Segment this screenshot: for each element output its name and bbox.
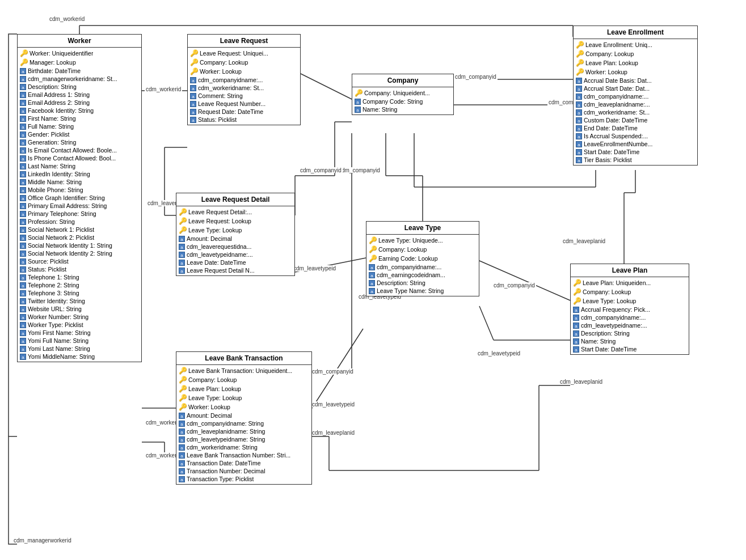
- table-row: 🔑Manager: Lookup: [18, 58, 141, 67]
- field-text: Full Name: String: [28, 123, 74, 130]
- table-row: aFirst Name: String: [18, 114, 141, 122]
- field-icon: a: [190, 117, 196, 123]
- field-icon: a: [20, 354, 26, 360]
- field-text: cdm_leaveplanidname:...: [584, 101, 650, 108]
- table-row: 🔑Worker: Uniqueidentifier: [18, 49, 141, 58]
- field-icon: a: [20, 338, 26, 344]
- table-row: aPrimary Email Address: String: [18, 202, 141, 210]
- field-text: cdm_companyidname:...: [377, 264, 441, 270]
- field-icon: a: [20, 108, 26, 114]
- field-icon: a: [20, 346, 26, 352]
- key-gray-icon: 🔑: [179, 385, 187, 393]
- table-row: aSource: Picklist: [18, 257, 141, 265]
- key-gray-icon: 🔑: [573, 288, 581, 296]
- table-row: acdm_workeridname: St...: [574, 108, 697, 116]
- field-icon: a: [179, 468, 185, 474]
- label-cdm-leavetypeid-lp: cdm_leavetypeid: [477, 350, 521, 357]
- table-row: 🔑Leave Plan: Lookup: [176, 384, 311, 393]
- field-icon: a: [573, 330, 579, 337]
- field-icon: a: [20, 314, 26, 320]
- entity-leaveType: Leave Type🔑Leave Type: Uniquede...🔑Compa…: [366, 221, 479, 296]
- key-gray-icon: 🔑: [573, 297, 581, 305]
- entity-leaveBankTransaction: Leave Bank Transaction🔑Leave Bank Transa…: [176, 351, 312, 485]
- field-text: Leave Request Number...: [198, 100, 265, 107]
- table-row: aName: String: [352, 105, 453, 113]
- field-icon: a: [369, 280, 375, 286]
- field-icon: a: [355, 99, 361, 105]
- table-row: aSocial Network 2: Picklist: [18, 234, 141, 241]
- table-row: aStatus: Picklist: [18, 265, 141, 273]
- table-row: aTwitter Identity: String: [18, 297, 141, 305]
- table-row: aLeave Request Number...: [188, 100, 300, 108]
- entity-worker: Worker🔑Worker: Uniqueidentifier🔑Manager:…: [17, 34, 142, 362]
- table-row: aTier Basis: Picklist: [574, 156, 697, 164]
- field-icon: a: [20, 258, 26, 265]
- field-icon: a: [20, 274, 26, 281]
- table-row: aPrimary Telephone: String: [18, 210, 141, 218]
- field-icon: a: [20, 211, 26, 217]
- label-cdm-leaveplanid-lbt: cdm_leaveplanid: [311, 430, 356, 436]
- field-icon: a: [20, 203, 26, 209]
- field-text: cdm_earningcodeidnam...: [377, 271, 445, 278]
- entity-header-leaveBankTransaction: Leave Bank Transaction: [176, 352, 311, 365]
- table-row: aFull Name: String: [18, 122, 141, 130]
- field-icon: a: [179, 452, 185, 459]
- field-icon: a: [573, 323, 579, 329]
- table-row: aDescription: String: [571, 329, 689, 337]
- label-cdm-companyid-3: cdm_companyid: [299, 167, 343, 173]
- table-row: aRequest Date: DateTime: [188, 108, 300, 116]
- field-icon: a: [179, 421, 185, 427]
- field-text: Transaction Number: Decimal: [187, 468, 265, 474]
- table-row: 🔑Leave Type: Lookup: [176, 226, 294, 235]
- entity-body-leaveBankTransaction: 🔑Leave Bank Transaction: Uniqueident...🔑…: [176, 365, 311, 484]
- field-text: Email Address 2: String: [28, 99, 90, 106]
- field-text: Amount: Decimal: [187, 412, 232, 419]
- table-row: aBirthdate: DateTime: [18, 67, 141, 75]
- table-row: 🔑Company: Lookup: [188, 58, 300, 67]
- entity-body-leaveRequestDetail: 🔑Leave Request Detail:...🔑Leave Request:…: [176, 206, 294, 275]
- svg-line-7: [301, 74, 352, 99]
- key-gray-icon: 🔑: [190, 67, 198, 75]
- field-text: cdm_companyidname:...: [584, 93, 648, 100]
- key-gold-icon: 🔑: [573, 279, 581, 287]
- entity-leaveRequest: Leave Request🔑Leave Request: Uniquei...🔑…: [187, 34, 301, 125]
- table-row: aEnd Date: DateTime: [574, 124, 697, 132]
- field-icon: a: [20, 235, 26, 241]
- label-cdm-workerid-lr: cdm_workerid: [145, 86, 182, 92]
- field-text: Leave Request: Uniquei...: [200, 50, 268, 57]
- field-icon: a: [576, 94, 582, 100]
- field-icon: a: [20, 124, 26, 130]
- key-gold-icon: 🔑: [355, 89, 363, 97]
- table-row: 🔑Company: Uniqueident...: [352, 88, 453, 97]
- diagram-container: cdm_workerid cdm_workerid cdm_workerid c…: [0, 0, 746, 560]
- field-text: Start Date: DateTime: [584, 149, 639, 155]
- field-text: Is Email Contact Allowed: Boole...: [28, 147, 117, 154]
- key-gray-icon: 🔑: [179, 394, 187, 402]
- table-row: 🔑Leave Bank Transaction: Uniqueident...: [176, 366, 311, 375]
- field-text: Yomi First Name: String: [28, 329, 90, 336]
- field-icon: a: [179, 236, 185, 242]
- field-icon: a: [20, 298, 26, 304]
- field-icon: a: [179, 268, 185, 274]
- entity-leaveEnrollment: Leave Enrollment🔑Leave Enrollment: Uniq.…: [573, 26, 698, 166]
- table-row: aEmail Address 2: String: [18, 99, 141, 107]
- key-gold-icon: 🔑: [576, 41, 584, 49]
- field-icon: a: [190, 85, 196, 91]
- field-text: Social Network Identity 1: String: [28, 242, 112, 249]
- table-row: 🔑Worker: Lookup: [188, 67, 300, 76]
- label-cdm-companyid-lbt: cdm_companyid: [311, 368, 355, 375]
- table-row: 🔑Worker: Lookup: [574, 67, 697, 77]
- field-text: Worker: Lookup: [585, 69, 627, 75]
- field-icon: a: [20, 116, 26, 122]
- field-text: Description: String: [28, 83, 77, 90]
- table-row: acdm_leavetypeidname: String: [176, 435, 311, 443]
- label-cdm-leaveplanid-2: cdm_leaveplanid: [559, 379, 604, 385]
- table-row: aIs Email Contact Allowed: Boole...: [18, 146, 141, 154]
- key-gray-icon: 🔑: [576, 50, 584, 58]
- field-icon: a: [179, 252, 185, 258]
- field-icon: a: [179, 476, 185, 482]
- table-row: aEmail Address 1: String: [18, 91, 141, 99]
- field-text: Company: Lookup: [188, 376, 237, 383]
- field-icon: a: [576, 149, 582, 155]
- table-row: aTransaction Date: DateTime: [176, 459, 311, 467]
